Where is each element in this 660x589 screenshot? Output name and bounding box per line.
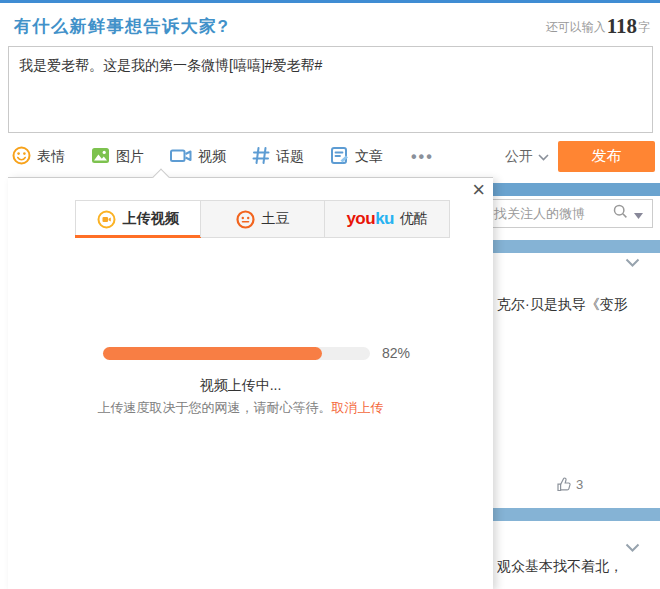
more-tools-button[interactable]: •••: [409, 148, 434, 166]
char-counter-count: 118: [606, 14, 638, 38]
like-button[interactable]: 3: [556, 477, 583, 492]
upload-progress-percent: 82%: [382, 345, 410, 361]
feed-module-header-bar-3: [490, 508, 660, 521]
search-icon[interactable]: [613, 204, 628, 223]
collapse-post-chevron-icon-1[interactable]: [625, 254, 640, 272]
char-counter-prefix: 还可以输入: [546, 20, 606, 34]
search-filter-caret-icon[interactable]: [634, 205, 643, 223]
publish-button[interactable]: 发布: [558, 141, 655, 172]
article-icon: [330, 146, 349, 169]
image-button-label: 图片: [116, 148, 144, 166]
topic-button-label: 话题: [276, 148, 304, 166]
close-icon[interactable]: ×: [472, 179, 485, 201]
chevron-down-icon: [538, 154, 549, 161]
compose-prompt-title: 有什么新鲜事想告诉大家?: [14, 15, 229, 38]
visibility-dropdown[interactable]: 公开: [505, 148, 549, 166]
tab-youku[interactable]: youku 优酷: [324, 201, 449, 237]
like-count: 3: [576, 477, 583, 492]
youku-logo-ku: ku: [375, 209, 394, 228]
collapse-post-chevron-icon-2[interactable]: [625, 539, 640, 557]
image-icon: [91, 146, 110, 169]
compose-toolbar: 表情 图片 视频 话题 文章 •••: [12, 141, 460, 173]
upload-status-hint: 上传速度取决于您的网速，请耐心等待。取消上传: [8, 399, 473, 417]
upload-progress-fill: [103, 347, 322, 360]
image-button[interactable]: 图片: [91, 146, 144, 169]
tab-tudou-label: 土豆: [262, 210, 290, 228]
char-counter: 还可以输入118字: [546, 14, 650, 39]
article-button[interactable]: 文章: [330, 146, 383, 169]
thumbs-up-icon: [556, 477, 572, 492]
upload-progress-track: [103, 347, 370, 360]
upload-hint-text: 上传速度取决于您的网速，请耐心等待。: [98, 400, 332, 415]
feed-search-box[interactable]: 找关注人的微博: [490, 199, 653, 228]
page-top-accent-bar: [0, 0, 660, 3]
video-button[interactable]: 视频: [170, 146, 226, 169]
char-counter-suffix: 字: [638, 20, 650, 34]
video-camera-icon: [170, 146, 192, 169]
feed-post-snippet-1: 克尔·贝是执导《变形: [497, 296, 660, 314]
smiley-icon: [12, 146, 31, 169]
compose-textarea[interactable]: 我是爱老帮。这是我的第一条微博[嘻嘻]#爱老帮#: [8, 46, 653, 133]
upload-progress-row: 82%: [8, 345, 493, 361]
emoji-button-label: 表情: [37, 148, 65, 166]
tab-youku-label: 优酷: [400, 210, 428, 228]
tab-upload-video-label: 上传视频: [123, 210, 179, 228]
video-button-label: 视频: [198, 148, 226, 166]
topic-button[interactable]: 话题: [252, 146, 304, 169]
feed-search-placeholder: 找关注人的微博: [491, 205, 611, 223]
youku-logo: youku: [346, 209, 394, 229]
video-upload-dialog: × 上传视频 土豆 youku 优酷 82%: [8, 177, 493, 589]
article-button-label: 文章: [355, 148, 383, 166]
cancel-upload-link[interactable]: 取消上传: [332, 400, 384, 415]
upload-video-camera-icon: [97, 210, 116, 229]
tab-tudou[interactable]: 土豆: [200, 201, 325, 237]
youku-logo-you: you: [346, 209, 375, 228]
weibo-compose-page: 有什么新鲜事想告诉大家? 还可以输入118字 我是爱老帮。这是我的第一条微博[嘻…: [0, 0, 660, 589]
feed-module-header-bar-2: [490, 240, 660, 253]
visibility-label: 公开: [505, 148, 533, 166]
upload-status-title: 视频上传中...: [8, 377, 473, 395]
emoji-button[interactable]: 表情: [12, 146, 65, 169]
feed-module-header-bar-1: [490, 183, 660, 196]
tudou-face-icon: [236, 210, 255, 229]
more-dots-icon: •••: [411, 148, 434, 166]
video-source-tabs: 上传视频 土豆 youku 优酷: [75, 200, 450, 238]
tab-upload-video[interactable]: 上传视频: [76, 201, 200, 237]
hashtag-icon: [252, 146, 270, 169]
feed-post-snippet-2: 观众基本找不着北，: [497, 558, 660, 576]
